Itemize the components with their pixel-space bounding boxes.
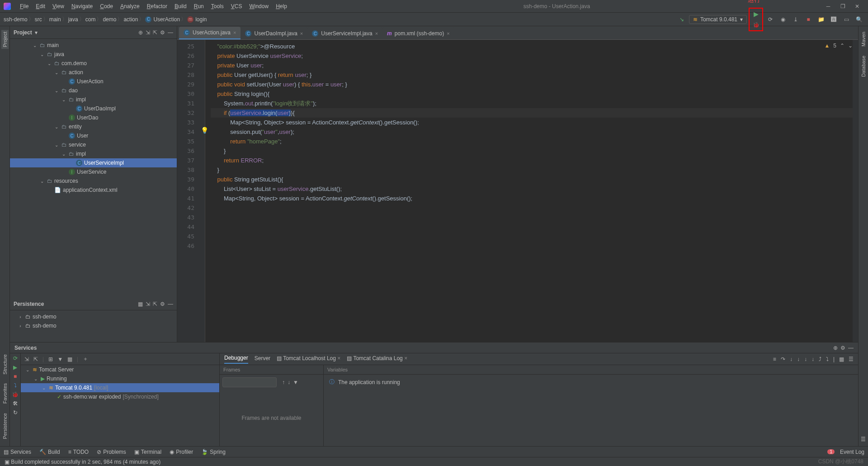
breadcrumb-item[interactable]: src bbox=[35, 16, 42, 23]
breadcrumb-item[interactable]: ssh-demo bbox=[4, 16, 28, 23]
menu-window[interactable]: Window bbox=[245, 2, 272, 10]
breadcrumb-item[interactable]: UserAction bbox=[153, 16, 180, 23]
tree-item[interactable]: ⌄🗀main bbox=[10, 41, 177, 50]
hide-icon[interactable]: — bbox=[168, 301, 173, 307]
tree-item[interactable]: CUser bbox=[10, 131, 177, 140]
tree-item[interactable]: IUserService bbox=[10, 167, 177, 176]
debug-action-icon[interactable]: ↓ bbox=[811, 356, 814, 362]
bottom-tab-todo[interactable]: ≡TODO bbox=[68, 449, 89, 455]
menu-refactor[interactable]: Refactor bbox=[143, 2, 171, 10]
thread-selector[interactable] bbox=[222, 377, 277, 387]
next-problem-icon[interactable]: ⌄ bbox=[848, 43, 853, 49]
tree-item[interactable]: ⌄🗀java bbox=[10, 50, 177, 59]
debug-action-icon[interactable]: ↓ bbox=[804, 356, 807, 362]
coverage-button[interactable]: ⟳ bbox=[765, 14, 776, 25]
service-tree-item[interactable]: ✓ ssh-demo:war exploded [Synchronized] bbox=[21, 392, 219, 401]
bottom-tab-terminal[interactable]: ▣Terminal bbox=[134, 449, 161, 455]
bottom-tab-profiler[interactable]: ◉Profiler bbox=[170, 449, 193, 455]
tools-icon[interactable]: 🛠 bbox=[13, 400, 18, 407]
debug-action-icon[interactable]: | bbox=[833, 356, 835, 362]
project-tree[interactable]: ⌄🗀main⌄🗀java⌄🗀com.demo⌄🗀actionCUserActio… bbox=[10, 39, 177, 298]
run-configuration-selector[interactable]: ≋ Tomcat 9.0.481 ▾ bbox=[689, 15, 747, 24]
gear-icon[interactable]: ⚙ bbox=[840, 345, 845, 351]
tree-item[interactable]: ⌄🗀entity bbox=[10, 122, 177, 131]
debug-icon[interactable]: 🐞 bbox=[12, 391, 19, 398]
breadcrumb-item[interactable]: com bbox=[85, 16, 96, 23]
menu-analyze[interactable]: Analyze bbox=[117, 2, 143, 10]
tree-item[interactable]: ⌄🗀com.demo bbox=[10, 59, 177, 68]
service-tree-item[interactable]: ⌄≋ Tomcat Server bbox=[21, 365, 219, 374]
tree-item[interactable]: ⌄🗀service bbox=[10, 140, 177, 149]
hide-icon[interactable]: — bbox=[848, 345, 854, 351]
up-icon[interactable]: ↑ bbox=[282, 379, 285, 385]
locate-icon[interactable]: ⊕ bbox=[833, 345, 838, 351]
debugger-tab[interactable]: Server bbox=[255, 355, 270, 363]
persistence-item[interactable]: ›🗀ssh-demo bbox=[10, 312, 177, 321]
run-button[interactable]: ▶ bbox=[750, 9, 761, 19]
menu-navigate[interactable]: Navigate bbox=[68, 2, 96, 10]
collapse-all-icon[interactable]: ⇱ bbox=[33, 356, 38, 362]
service-tree-item[interactable]: ⌄≋ Tomcat 9.0.481 [local] bbox=[21, 383, 219, 392]
editor-tab[interactable]: CUserServiceImpl.java× bbox=[307, 28, 382, 39]
menu-vcs[interactable]: VCS bbox=[227, 2, 246, 10]
editor-tab[interactable]: CUserDaoImpl.java× bbox=[241, 28, 307, 39]
maven-tool-button[interactable]: Maven bbox=[860, 30, 867, 48]
tree-item[interactable]: ⌄🗀action bbox=[10, 68, 177, 77]
breadcrumb-item[interactable]: main bbox=[49, 16, 61, 23]
bottom-tab-problems[interactable]: ⊘Problems bbox=[97, 449, 126, 455]
close-tab-icon[interactable]: × bbox=[447, 31, 449, 36]
debugger-tab[interactable]: ▤ Tomcat Catalina Log × bbox=[347, 355, 407, 363]
down-icon[interactable]: ↓ bbox=[288, 379, 290, 385]
menu-tools[interactable]: Tools bbox=[208, 2, 227, 10]
service-tree-item[interactable]: ⌄▶ Running bbox=[21, 374, 219, 383]
persistence-tree[interactable]: ›🗀ssh-demo›🗀ssh-demo bbox=[10, 310, 177, 342]
tree-item[interactable]: ⌄🗀impl bbox=[10, 95, 177, 104]
debug-button[interactable]: 🐞 bbox=[750, 19, 761, 30]
database-tool-button[interactable]: Database bbox=[860, 54, 867, 79]
event-log-button[interactable]: Event Log bbox=[840, 449, 864, 455]
filter-icon[interactable]: ▼ bbox=[57, 356, 63, 362]
menu-view[interactable]: View bbox=[49, 2, 68, 10]
debug-action-icon[interactable]: ▦ bbox=[839, 356, 844, 362]
locate-icon[interactable]: ⊕ bbox=[138, 29, 143, 36]
profile-button[interactable]: ◉ bbox=[778, 14, 788, 25]
tree-item[interactable]: IUserDao bbox=[10, 113, 177, 122]
tree-item[interactable]: ⌄🗀resources bbox=[10, 176, 177, 185]
code-editor[interactable]: "color:#bbb529;">@Resource private UserS… bbox=[205, 40, 853, 342]
tree-item[interactable]: ⌄🗀impl bbox=[10, 149, 177, 158]
collapse-icon[interactable]: ⇱ bbox=[153, 29, 157, 36]
tree-item[interactable]: CUserDaoImpl bbox=[10, 104, 177, 113]
gear-icon[interactable]: ⚙ bbox=[160, 301, 165, 307]
er-icon[interactable]: ▦ bbox=[138, 301, 143, 307]
debug-action-icon[interactable]: ⤵ bbox=[826, 356, 829, 362]
debugger-tab[interactable]: ▤ Tomcat Localhost Log × bbox=[277, 355, 340, 363]
project-tool-button[interactable]: Project bbox=[1, 30, 9, 49]
gear-icon[interactable]: ⚙ bbox=[160, 29, 165, 36]
warning-icon[interactable]: ▲ bbox=[824, 43, 830, 49]
favorites-tool-button[interactable]: Favorites bbox=[1, 381, 9, 405]
debug-action-icon[interactable]: ⤴ bbox=[819, 356, 821, 362]
debug-action-icon[interactable]: ↓ bbox=[790, 356, 793, 362]
breadcrumb-item[interactable]: demo bbox=[103, 16, 116, 23]
bottom-tab-services[interactable]: ▤Services bbox=[4, 449, 31, 455]
persistence-tool-button[interactable]: Persistence bbox=[1, 411, 9, 441]
emoji-icon[interactable]: ☰ bbox=[861, 436, 866, 442]
tree-item[interactable]: CUserServiceImpl bbox=[10, 158, 177, 167]
filter-icon[interactable]: ▼ bbox=[293, 379, 298, 385]
view-icon[interactable]: ▦ bbox=[67, 356, 72, 362]
menu-build[interactable]: Build bbox=[171, 2, 190, 10]
build-button[interactable]: ↘ bbox=[676, 14, 687, 25]
debug-action-icon[interactable]: ☰ bbox=[849, 356, 854, 362]
collapse-icon[interactable]: ⇱ bbox=[153, 301, 157, 307]
debug-step-icon[interactable]: ⤵ bbox=[14, 382, 17, 389]
layout-button[interactable]: ▭ bbox=[841, 14, 852, 25]
tree-item[interactable]: ⌄🗀dao bbox=[10, 86, 177, 95]
bottom-tab-spring[interactable]: 🍃Spring bbox=[201, 449, 226, 455]
editor-tab[interactable]: CUserAction.java× bbox=[179, 27, 241, 39]
menu-file[interactable]: File bbox=[16, 2, 32, 10]
menu-code[interactable]: Code bbox=[96, 2, 117, 10]
expand-icon[interactable]: ⇲ bbox=[146, 301, 150, 307]
tree-item[interactable]: CUserAction bbox=[10, 77, 177, 86]
debug-action-icon[interactable]: ↷ bbox=[781, 356, 785, 362]
chevron-down-icon[interactable]: ▾ bbox=[35, 29, 38, 36]
